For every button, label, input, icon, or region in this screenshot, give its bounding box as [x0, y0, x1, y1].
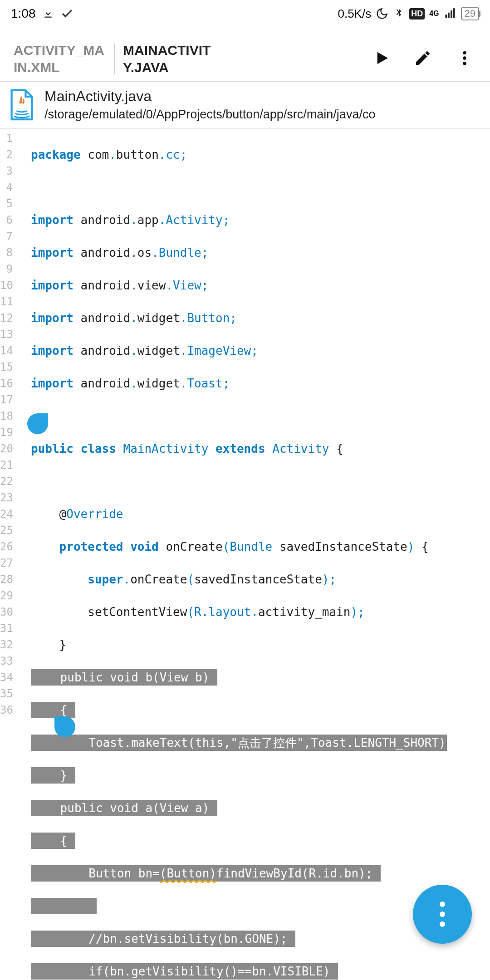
line-gutter: 123456789 101112131415161718 19202122232…	[0, 128, 15, 980]
code-line	[31, 898, 447, 914]
editor-tabs: ACTIVITY_MAIN.XML MAINACTIVITY.JAVA	[0, 36, 490, 82]
code-line: Toast.makeText(this,"点击了控件",Toast.LENGTH…	[31, 735, 447, 751]
code-line: public void a(View a)	[31, 800, 447, 816]
status-right: 0.5K/s HD 4G 29	[338, 7, 479, 21]
tab-mainactivity-java[interactable]: MAINACTIVITY.JAVA	[115, 42, 224, 76]
file-name: MainActivity.java	[44, 88, 375, 105]
file-info: MainActivity.java /storage/emulated/0/Ap…	[44, 88, 375, 122]
code-line: //bn.setVisibility(bn.GONE);	[31, 931, 447, 947]
svg-point-0	[463, 51, 466, 54]
tab-activity-main-xml[interactable]: ACTIVITY_MAIN.XML	[5, 42, 114, 76]
selection-handle-start[interactable]	[27, 413, 48, 434]
java-file-icon	[9, 89, 34, 121]
edit-button[interactable]	[414, 49, 432, 69]
run-button[interactable]	[372, 49, 390, 69]
code-line: @Override	[31, 506, 447, 522]
code-line: {	[31, 702, 447, 718]
android-status-bar: 1:08 0.5K/s HD 4G 29	[0, 0, 490, 27]
code-line: }	[31, 637, 447, 653]
status-speed: 0.5K/s	[338, 7, 371, 21]
overflow-menu-icon[interactable]	[456, 49, 474, 69]
code-line: import android.view.View;	[31, 277, 447, 294]
code-content[interactable]: package com.button.cc; import android.ap…	[15, 128, 447, 980]
code-line: setContentView(R.layout.activity_main);	[31, 604, 447, 620]
code-line: public void b(View b)	[31, 669, 447, 686]
battery-icon: 29	[461, 7, 479, 20]
network-type: 4G	[429, 10, 439, 17]
code-line	[31, 408, 447, 424]
svg-point-1	[463, 56, 466, 59]
moon-icon	[376, 7, 388, 20]
toolbar-actions	[372, 49, 485, 69]
selection-handle-end[interactable]	[54, 716, 75, 737]
bluetooth-icon	[393, 8, 405, 20]
status-time: 1:08	[11, 6, 36, 21]
code-line	[31, 473, 447, 490]
code-line: import android.widget.ImageView;	[31, 343, 447, 359]
file-header: MainActivity.java /storage/emulated/0/Ap…	[0, 82, 490, 128]
code-line: package com.button.cc;	[31, 147, 447, 163]
code-line: import android.os.Bundle;	[31, 245, 447, 261]
fab-button[interactable]	[413, 885, 472, 944]
code-editor[interactable]: 123456789 101112131415161718 19202122232…	[0, 128, 490, 980]
code-line: import android.widget.Button;	[31, 310, 447, 326]
signal-icon	[444, 7, 456, 20]
status-left: 1:08	[11, 6, 74, 21]
code-line	[31, 179, 447, 196]
code-line: if(bn.getVisibility()==bn.VISIBLE)	[31, 963, 447, 980]
more-vertical-icon	[440, 899, 445, 929]
code-line: Button bn=(Button)findViewById(R.id.bn);	[31, 865, 447, 882]
check-icon	[60, 7, 74, 20]
svg-point-2	[463, 62, 466, 65]
code-line: super.onCreate(savedInstanceState);	[31, 571, 447, 588]
code-line: protected void onCreate(Bundle savedInst…	[31, 539, 447, 555]
code-line: public class MainActivity extends Activi…	[31, 441, 447, 457]
code-line: import android.app.Activity;	[31, 212, 447, 228]
code-line: {	[31, 833, 447, 849]
code-line: import android.widget.Toast;	[31, 375, 447, 392]
download-icon	[42, 8, 54, 20]
hd-icon: HD	[409, 8, 425, 20]
code-line: }	[31, 767, 447, 784]
file-path: /storage/emulated/0/AppProjects/button/a…	[44, 108, 375, 122]
